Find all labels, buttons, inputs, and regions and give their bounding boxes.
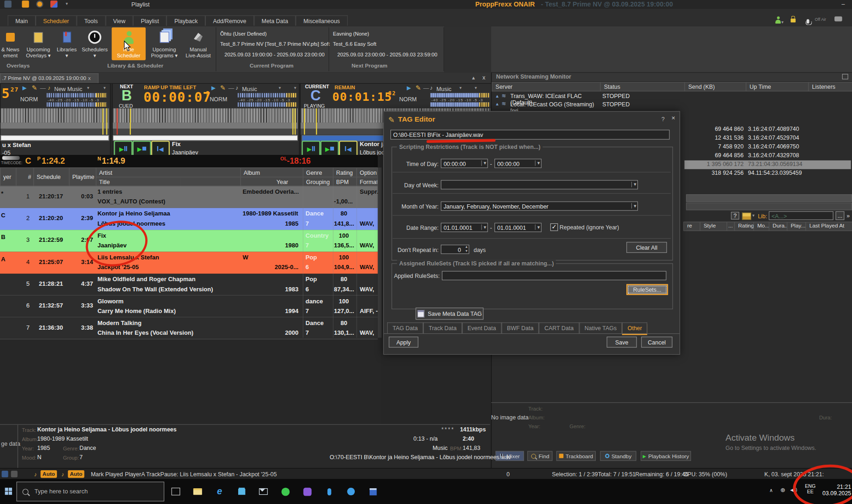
month-of-year-combo[interactable]: January, February, November, December bbox=[441, 202, 638, 211]
deck-a-waveform[interactable] bbox=[0, 108, 109, 135]
deck-b-progress-strip[interactable] bbox=[113, 135, 298, 141]
tag-editor-tab[interactable]: Native TAGs bbox=[579, 322, 622, 333]
ribbon-libraries-button[interactable]: Libraries▾ bbox=[55, 27, 79, 60]
playlist-tab[interactable]: .7 Prime NV @ 03.09.2025 19:00:00 x bbox=[0, 74, 99, 84]
deck-b-play-icon[interactable]: ▶ bbox=[211, 85, 216, 91]
taskbar-search[interactable]: Type here to search bbox=[17, 482, 165, 502]
task-view-icon[interactable] bbox=[170, 486, 182, 498]
mic-icon[interactable] bbox=[807, 16, 809, 25]
applied-rulesets-field[interactable] bbox=[442, 271, 666, 280]
menu-tab[interactable]: Add/Remove bbox=[205, 15, 254, 25]
quick-access-onair-icon[interactable] bbox=[22, 0, 29, 7]
tag-editor-tab[interactable]: BWF Data bbox=[501, 322, 539, 333]
deck-a-play-icon[interactable]: ▶ bbox=[23, 85, 27, 91]
menu-tab[interactable]: Scheduler bbox=[36, 15, 77, 25]
skype-icon[interactable] bbox=[345, 486, 357, 498]
messenger-icon[interactable] bbox=[301, 486, 313, 498]
tag-editor-tab[interactable]: CART Data bbox=[539, 322, 579, 333]
library-help-button[interactable]: ? bbox=[731, 212, 739, 220]
menu-tab[interactable]: View bbox=[105, 15, 133, 25]
col-header-playtime[interactable]: Playtime bbox=[69, 167, 96, 186]
tag-editor-tab[interactable]: TAG Data bbox=[387, 322, 423, 333]
start-button[interactable] bbox=[5, 488, 12, 495]
col-header-player[interactable]: yer bbox=[0, 167, 17, 186]
repeated-checkbox[interactable]: ✓ bbox=[550, 223, 558, 231]
col-header-option[interactable]: Option bbox=[357, 167, 378, 177]
recorder-mic-icon[interactable] bbox=[323, 486, 335, 498]
monitor-header-listeners[interactable]: Listeners bbox=[808, 82, 852, 92]
dialog-help-button[interactable]: ? bbox=[661, 116, 665, 122]
lib-header-dots[interactable]: ... bbox=[727, 221, 735, 231]
deck-b-category[interactable]: Music bbox=[242, 86, 257, 92]
tag-editor-tab[interactable]: Other bbox=[622, 322, 648, 333]
playlist-row[interactable]: 6 21:32:57 3:33 Gloworm Carry Me Home (R… bbox=[0, 295, 378, 317]
deck-a-edit-icon[interactable]: ✎ bbox=[32, 84, 37, 92]
remote-icon[interactable] bbox=[834, 17, 842, 22]
lib-header-mood[interactable]: Mo... bbox=[753, 221, 769, 231]
lib-header-style[interactable]: Style bbox=[700, 221, 727, 231]
col-header-bpm[interactable]: BPM bbox=[333, 177, 357, 186]
whatsapp-icon[interactable] bbox=[279, 486, 291, 498]
deck-b-play-stop-button[interactable]: ▶ bbox=[132, 141, 151, 156]
lib-header-genre[interactable]: re bbox=[683, 221, 700, 231]
lib-header-rating[interactable]: Rating bbox=[734, 221, 754, 231]
monitor-server-row[interactable]: ▲ ≋ Trans_WAW: ICEcast FLAC (Default)...… bbox=[492, 92, 852, 100]
time-of-day-from-combo[interactable]: 00:00:00 bbox=[441, 159, 488, 168]
lib-more-button[interactable]: ... bbox=[835, 211, 844, 220]
day-of-week-combo[interactable] bbox=[441, 180, 638, 189]
playlist-tab-close-icon[interactable]: x bbox=[88, 75, 91, 81]
find-button[interactable]: Find bbox=[527, 451, 552, 461]
lock-icon[interactable] bbox=[790, 15, 796, 25]
save-app-icon[interactable] bbox=[367, 486, 379, 498]
panel-collapse-icon[interactable]: ▴ bbox=[472, 74, 475, 80]
deck-b-waveform[interactable] bbox=[113, 108, 298, 135]
deck-b-edit-icon[interactable]: ✎ bbox=[220, 84, 226, 92]
apply-button[interactable]: Apply bbox=[389, 337, 418, 348]
status-player-icon[interactable] bbox=[2, 471, 8, 477]
monitor-server-row[interactable]: ▲ ≋ Local: ICEcast OGG (Streaming) [pri … bbox=[492, 100, 852, 109]
playlist-row[interactable]: C 2 21:20:20 2:39 Kontor ja Heino Seljam… bbox=[0, 208, 378, 230]
clear-all-button[interactable]: Clear All bbox=[626, 242, 667, 253]
save-meta-data-tag-button[interactable]: Save Meta Data TAG bbox=[416, 307, 484, 320]
playlist-row[interactable]: * 1 21:20:17 0:03 1 entries VOX_1_AUTO (… bbox=[0, 186, 378, 208]
deck-a-dropdown2-icon[interactable]: ▾ bbox=[104, 86, 106, 91]
deck-c-play-icon[interactable]: ▶ bbox=[407, 85, 411, 91]
col-header-title[interactable]: Title bbox=[96, 177, 180, 186]
network-icon[interactable]: ⊕ bbox=[780, 486, 785, 493]
trackboard-button[interactable]: Trackboard bbox=[556, 451, 596, 461]
auto-toggle-2[interactable]: Auto bbox=[68, 470, 85, 478]
monitor-restore-icon[interactable] bbox=[842, 74, 848, 80]
playlist-row[interactable]: 5 21:28:21 4:37 Mike Oldfield and Roger … bbox=[0, 274, 378, 295]
library-folder-icon[interactable] bbox=[742, 212, 751, 220]
ribbon-upcoming-programs-button[interactable]: UpcomingPrograms ▾ bbox=[148, 27, 180, 60]
file-explorer-icon[interactable] bbox=[191, 486, 204, 498]
deck-c-category[interactable]: Music bbox=[436, 86, 451, 92]
menu-tab[interactable]: Playlist bbox=[133, 15, 167, 25]
menu-tab[interactable]: Tools bbox=[77, 15, 105, 25]
menu-tab[interactable]: Miscellaneous bbox=[296, 15, 347, 25]
ribbon-music-news-button[interactable]: & Newsement bbox=[0, 27, 21, 60]
deck-a-category[interactable]: New Music bbox=[54, 86, 82, 92]
file-path-field[interactable]: O:\80-EESTI B\Fix - Jaanipäev.wav bbox=[390, 130, 670, 140]
playlist-row[interactable]: B 3 21:22:59 2:07 Fix Jaanipäev 1980 Cou… bbox=[0, 230, 378, 252]
deck-b-dropdown-icon[interactable]: ▾ bbox=[279, 86, 281, 91]
deck-c-edit-icon[interactable]: ✎ bbox=[416, 84, 421, 92]
col-header-artist[interactable]: Artist bbox=[96, 167, 241, 177]
status-list-icon[interactable] bbox=[11, 471, 18, 477]
col-header-genre[interactable]: Genre bbox=[303, 167, 333, 177]
deck-c-play-pause-button[interactable]: ▶ bbox=[302, 141, 320, 156]
deck-a-progress-strip[interactable] bbox=[0, 135, 109, 141]
playlist-row[interactable]: A 4 21:25:07 3:14 Liis Lemsalu x Stefan … bbox=[0, 252, 378, 274]
deck-c-dropdown2-icon[interactable]: ▾ bbox=[475, 86, 477, 91]
ribbon-upcoming-overlays-button[interactable]: UpcomingOverlays ▾ bbox=[24, 27, 53, 60]
ribbon-schedulers-button[interactable]: Schedulers▾ bbox=[80, 27, 109, 60]
dialog-close-button[interactable]: ✕ bbox=[671, 116, 675, 121]
lib-chevron-button[interactable]: » bbox=[846, 212, 850, 219]
deck-b-play-pause-button[interactable]: ▶ bbox=[114, 141, 132, 156]
standby-button[interactable]: Standby bbox=[600, 451, 636, 461]
lib-header-duration[interactable]: Dura... bbox=[769, 221, 787, 231]
panel-close-icon[interactable]: x bbox=[482, 74, 485, 80]
date-range-from-combo[interactable]: 01.01.0001 bbox=[441, 223, 488, 232]
playlist-row[interactable]: 7 21:36:30 3:38 Modern Talking China In … bbox=[0, 318, 378, 339]
col-header-album[interactable]: Album bbox=[241, 167, 303, 177]
